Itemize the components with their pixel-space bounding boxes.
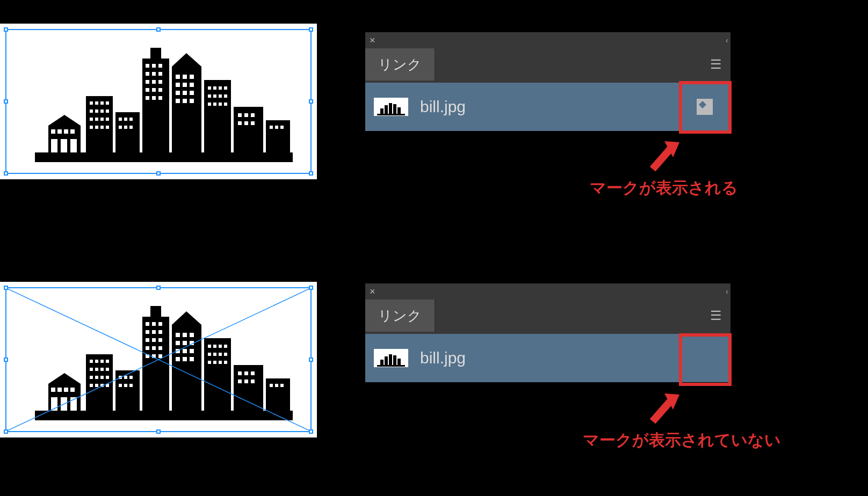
svg-line-178 xyxy=(6,288,310,431)
annotation-arrow-icon xyxy=(642,137,685,180)
link-thumbnail xyxy=(374,98,408,116)
resize-handle[interactable] xyxy=(309,171,313,176)
svg-rect-187 xyxy=(380,360,384,366)
resize-handle[interactable] xyxy=(309,358,313,362)
svg-rect-190 xyxy=(393,355,396,366)
link-thumbnail xyxy=(374,349,408,367)
annotation-highlight-box xyxy=(679,333,732,386)
annotation-highlight-box xyxy=(679,81,732,134)
links-panel: × ‹‹ リンク ☰ bill.jpg xyxy=(365,283,730,382)
collapse-icon[interactable]: ‹‹ xyxy=(726,287,726,296)
svg-rect-185 xyxy=(397,107,401,115)
svg-rect-181 xyxy=(380,108,384,115)
resize-handle[interactable] xyxy=(156,171,161,176)
svg-rect-182 xyxy=(385,105,388,115)
resize-handle[interactable] xyxy=(156,27,161,32)
panel-header: × ‹‹ xyxy=(365,283,730,300)
svg-rect-191 xyxy=(397,359,401,366)
annotation-text: マークが表示される xyxy=(590,177,738,199)
resize-handle[interactable] xyxy=(156,286,161,290)
hamburger-menu-icon[interactable]: ☰ xyxy=(710,308,722,323)
selection-bounding-box[interactable] xyxy=(5,29,312,174)
resize-handle[interactable] xyxy=(309,429,313,434)
link-row[interactable]: bill.jpg xyxy=(365,334,730,382)
resize-handle[interactable] xyxy=(309,27,313,32)
tab-links[interactable]: リンク xyxy=(365,300,435,332)
resize-handle[interactable] xyxy=(309,99,313,104)
hamburger-menu-icon[interactable]: ☰ xyxy=(710,57,722,72)
resize-handle[interactable] xyxy=(4,27,8,32)
close-icon[interactable]: × xyxy=(370,35,375,46)
link-row[interactable]: bill.jpg xyxy=(365,83,730,131)
panel-header: × ‹‹ xyxy=(365,32,730,48)
svg-rect-184 xyxy=(393,104,396,115)
links-panel: × ‹‹ リンク ☰ bill.jpg xyxy=(365,32,730,131)
resize-handle[interactable] xyxy=(4,171,8,176)
svg-line-179 xyxy=(6,288,310,431)
resize-handle[interactable] xyxy=(309,286,313,290)
annotation-arrow-icon xyxy=(642,389,685,432)
panel-tab-bar: リンク ☰ xyxy=(365,48,730,81)
selection-bounding-box[interactable] xyxy=(5,287,312,432)
canvas-linked-image[interactable] xyxy=(0,282,317,437)
svg-rect-188 xyxy=(385,356,388,366)
link-filename: bill.jpg xyxy=(420,98,466,116)
canvas-embedded-image[interactable] xyxy=(0,24,317,179)
resize-handle[interactable] xyxy=(4,358,8,362)
collapse-icon[interactable]: ‹‹ xyxy=(726,36,726,45)
link-diagonal-lines-icon xyxy=(6,288,310,431)
resize-handle[interactable] xyxy=(4,429,8,434)
annotation-text: マークが表示されていない xyxy=(583,429,781,451)
svg-rect-189 xyxy=(389,354,392,366)
svg-rect-183 xyxy=(389,103,392,115)
resize-handle[interactable] xyxy=(4,99,8,104)
resize-handle[interactable] xyxy=(156,429,161,434)
resize-handle[interactable] xyxy=(4,286,8,290)
panel-tab-bar: リンク ☰ xyxy=(365,300,730,332)
close-icon[interactable]: × xyxy=(370,286,375,297)
tab-links[interactable]: リンク xyxy=(365,48,435,81)
link-filename: bill.jpg xyxy=(420,349,466,367)
